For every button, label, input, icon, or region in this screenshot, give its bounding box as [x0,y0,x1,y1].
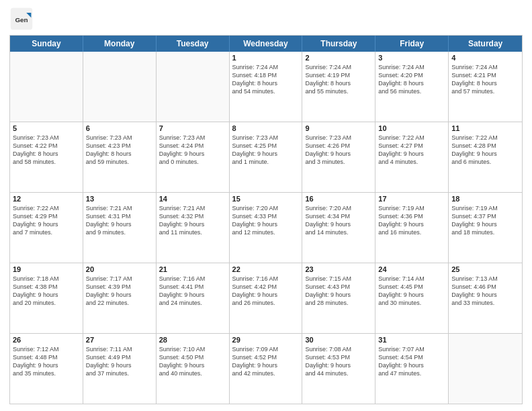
day-number: 3 [378,54,445,62]
cell-line: Sunset: 4:25 PM [232,142,300,150]
cell-line: and 35 minutes. [13,369,80,377]
cell-line: Sunrise: 7:22 AM [451,134,519,142]
cell-line: Sunrise: 7:09 AM [232,345,300,353]
cell-line: Daylight: 8 hours [86,150,153,158]
cal-header-monday: Monday [83,36,157,52]
cell-line: and 12 minutes. [232,228,300,236]
cal-cell-day-9: 9Sunrise: 7:23 AMSunset: 4:26 PMDaylight… [302,122,375,192]
cal-cell-day-7: 7Sunrise: 7:23 AMSunset: 4:24 PMDaylight… [157,122,230,192]
cell-line: and 55 minutes. [305,87,372,95]
day-number: 4 [451,54,519,62]
day-number: 15 [232,195,300,203]
cal-cell-day-23: 23Sunrise: 7:15 AMSunset: 4:43 PMDayligh… [302,263,375,333]
cell-line: Sunrise: 7:21 AM [86,204,153,212]
cell-line: Sunrise: 7:16 AM [232,275,300,283]
cell-line: Sunset: 4:27 PM [378,142,445,150]
cell-line: Daylight: 8 hours [232,79,300,87]
cell-line: and 7 minutes. [13,228,80,236]
header: Gen [9,7,523,31]
cell-line: Sunrise: 7:08 AM [305,345,372,353]
cal-cell-day-19: 19Sunrise: 7:18 AMSunset: 4:38 PMDayligh… [10,263,83,333]
cell-line: Sunrise: 7:13 AM [451,275,519,283]
cell-line: and 54 minutes. [232,87,300,95]
cal-cell-day-26: 26Sunrise: 7:12 AMSunset: 4:48 PMDayligh… [10,334,83,404]
cell-line: Daylight: 9 hours [378,150,445,158]
cell-line: Daylight: 9 hours [305,361,372,369]
day-number: 16 [305,195,372,203]
cal-header-tuesday: Tuesday [157,36,230,52]
day-number: 10 [378,124,445,132]
day-number: 9 [305,124,372,132]
cell-line: Sunset: 4:50 PM [159,353,226,361]
day-number: 31 [378,336,445,344]
cell-line: and 37 minutes. [86,369,153,377]
cell-line: Sunrise: 7:24 AM [305,63,372,71]
day-number: 19 [13,265,80,273]
day-number: 8 [232,124,300,132]
cell-line: Daylight: 9 hours [232,150,300,158]
cell-line: Sunset: 4:42 PM [232,283,300,291]
cell-line: Daylight: 8 hours [13,150,80,158]
cell-line: Sunset: 4:49 PM [86,353,153,361]
cal-cell-day-5: 5Sunrise: 7:23 AMSunset: 4:22 PMDaylight… [10,122,83,192]
cell-line: Daylight: 9 hours [13,291,80,299]
cal-week-4: 19Sunrise: 7:18 AMSunset: 4:38 PMDayligh… [10,263,522,333]
cell-line: Sunrise: 7:14 AM [378,275,445,283]
cal-cell-day-10: 10Sunrise: 7:22 AMSunset: 4:27 PMDayligh… [375,122,449,192]
cell-line: and 33 minutes. [451,299,519,307]
cell-line: Daylight: 9 hours [232,361,300,369]
cal-cell-day-15: 15Sunrise: 7:20 AMSunset: 4:33 PMDayligh… [230,193,303,263]
cell-line: and 42 minutes. [232,369,300,377]
cell-line: Sunset: 4:43 PM [305,283,372,291]
cell-line: and 40 minutes. [159,369,226,377]
cell-line: Sunset: 4:19 PM [305,71,372,79]
cell-line: and 26 minutes. [232,299,300,307]
cell-line: Sunrise: 7:12 AM [13,345,80,353]
cell-line: and 22 minutes. [86,299,153,307]
day-number: 21 [159,265,226,273]
cell-line: and 0 minutes. [159,158,226,166]
cal-cell-day-22: 22Sunrise: 7:16 AMSunset: 4:42 PMDayligh… [230,263,303,333]
cell-line: Sunset: 4:52 PM [232,353,300,361]
cell-line: Sunrise: 7:22 AM [378,134,445,142]
cell-line: Daylight: 9 hours [159,220,226,228]
cal-week-2: 5Sunrise: 7:23 AMSunset: 4:22 PMDaylight… [10,122,522,192]
cell-line: and 59 minutes. [86,158,153,166]
day-number: 30 [305,336,372,344]
cell-line: Sunrise: 7:23 AM [159,134,226,142]
cal-cell-day-11: 11Sunrise: 7:22 AMSunset: 4:28 PMDayligh… [449,122,522,192]
cell-line: Sunset: 4:18 PM [232,71,300,79]
cal-header-saturday: Saturday [449,36,522,52]
cal-cell-day-6: 6Sunrise: 7:23 AMSunset: 4:23 PMDaylight… [83,122,157,192]
cell-line: and 28 minutes. [305,299,372,307]
cell-line: Sunset: 4:37 PM [451,212,519,220]
cell-line: Sunset: 4:29 PM [13,212,80,220]
day-number: 14 [159,195,226,203]
cell-line: Sunset: 4:54 PM [378,353,445,361]
day-number: 7 [159,124,226,132]
day-number: 17 [378,195,445,203]
cell-line: Daylight: 9 hours [451,291,519,299]
day-number: 20 [86,265,153,273]
cell-line: Daylight: 9 hours [232,220,300,228]
cell-line: Daylight: 9 hours [378,291,445,299]
cell-line: and 16 minutes. [378,228,445,236]
cal-cell-empty [449,334,522,404]
cell-line: and 1 minute. [232,158,300,166]
cell-line: Sunset: 4:33 PM [232,212,300,220]
cal-cell-day-4: 4Sunrise: 7:24 AMSunset: 4:21 PMDaylight… [449,52,522,122]
cal-cell-day-20: 20Sunrise: 7:17 AMSunset: 4:39 PMDayligh… [83,263,157,333]
cell-line: Sunset: 4:28 PM [451,142,519,150]
cal-cell-day-27: 27Sunrise: 7:11 AMSunset: 4:49 PMDayligh… [83,334,157,404]
cell-line: Sunset: 4:48 PM [13,353,80,361]
svg-text:Gen: Gen [15,16,28,24]
cal-cell-day-1: 1Sunrise: 7:24 AMSunset: 4:18 PMDaylight… [230,52,303,122]
calendar-body: 1Sunrise: 7:24 AMSunset: 4:18 PMDaylight… [10,52,522,404]
cell-line: Sunset: 4:32 PM [159,212,226,220]
calendar: SundayMondayTuesdayWednesdayThursdayFrid… [9,35,523,404]
cell-line: Sunrise: 7:24 AM [378,63,445,71]
day-number: 23 [305,265,372,273]
day-number: 11 [451,124,519,132]
cal-cell-day-25: 25Sunrise: 7:13 AMSunset: 4:46 PMDayligh… [449,263,522,333]
cell-line: Daylight: 9 hours [305,150,372,158]
